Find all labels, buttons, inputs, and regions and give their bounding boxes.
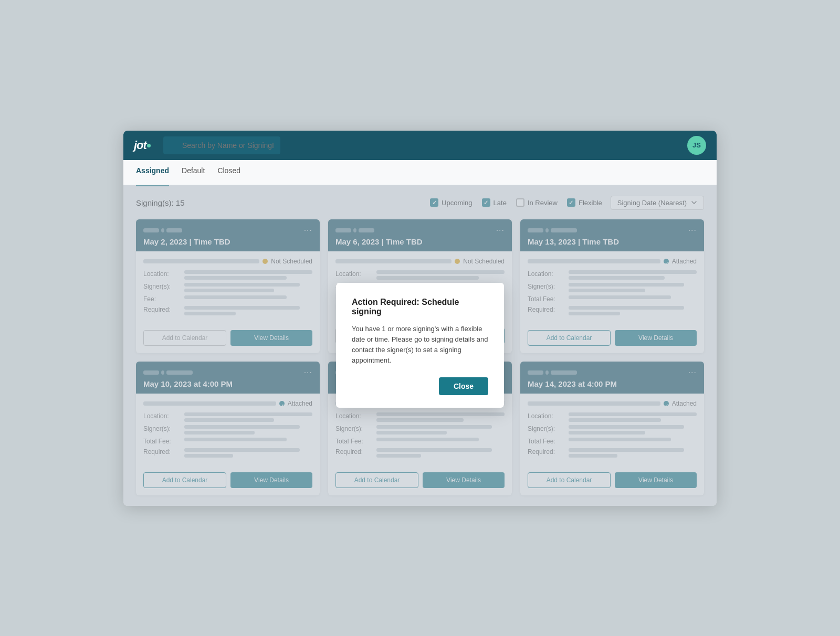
main-content: Signing(s): 15 ✓ Upcoming ✓ Late In Revi… [123, 185, 717, 506]
header: jot JS [123, 131, 717, 160]
modal-footer: Close [352, 377, 488, 395]
tab-default[interactable]: Default [182, 158, 205, 186]
search-wrap [163, 136, 679, 154]
logo: jot [134, 139, 151, 152]
modal-close-button[interactable]: Close [439, 377, 488, 395]
logo-dot [147, 144, 151, 147]
tabs-bar: Assigned Default Closed [123, 160, 717, 185]
tab-closed[interactable]: Closed [217, 158, 240, 186]
modal-title: Action Required: Schedule signing [352, 298, 488, 316]
search-input[interactable] [163, 136, 280, 154]
app-window: jot JS Assigned Default Closed Signing(s… [123, 131, 717, 506]
modal: Action Required: Schedule signing You ha… [336, 283, 504, 408]
modal-overlay: Action Required: Schedule signing You ha… [123, 185, 717, 506]
avatar: JS [687, 136, 706, 155]
tab-assigned[interactable]: Assigned [136, 158, 169, 186]
modal-body: You have 1 or more signing's with a flex… [352, 324, 488, 366]
